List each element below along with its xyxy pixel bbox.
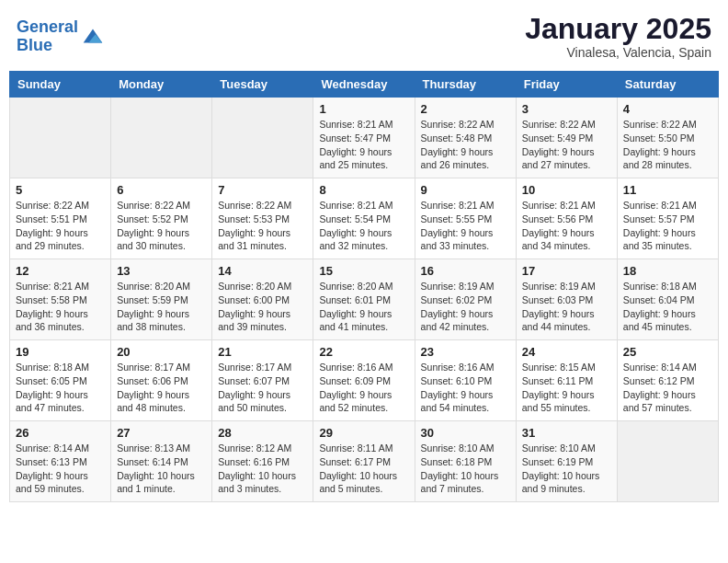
day-cell: 22 Sunrise: 8:16 AMSunset: 6:09 PMDaylig…: [313, 340, 415, 421]
day-info: Sunrise: 8:21 AMSunset: 5:58 PMDaylight:…: [16, 281, 89, 332]
day-info: Sunrise: 8:18 AMSunset: 6:05 PMDaylight:…: [16, 362, 89, 413]
day-cell: 30 Sunrise: 8:10 AMSunset: 6:18 PMDaylig…: [415, 421, 516, 502]
day-cell: 27 Sunrise: 8:13 AMSunset: 6:14 PMDaylig…: [111, 421, 212, 502]
day-cell: 13 Sunrise: 8:20 AMSunset: 5:59 PMDaylig…: [111, 259, 212, 340]
day-cell: 15 Sunrise: 8:20 AMSunset: 6:01 PMDaylig…: [313, 259, 415, 340]
day-number: 3: [522, 102, 611, 116]
day-cell: 14 Sunrise: 8:20 AMSunset: 6:00 PMDaylig…: [212, 259, 313, 340]
day-number: 8: [319, 183, 408, 197]
day-info: Sunrise: 8:16 AMSunset: 6:09 PMDaylight:…: [319, 362, 392, 413]
day-number: 27: [117, 426, 206, 440]
day-info: Sunrise: 8:22 AMSunset: 5:48 PMDaylight:…: [421, 119, 495, 170]
day-cell: 16 Sunrise: 8:19 AMSunset: 6:02 PMDaylig…: [415, 259, 516, 340]
weekday-header-cell: Friday: [516, 72, 617, 98]
day-info: Sunrise: 8:21 AMSunset: 5:57 PMDaylight:…: [623, 200, 697, 251]
day-cell: 6 Sunrise: 8:22 AMSunset: 5:52 PMDayligh…: [111, 178, 212, 259]
day-number: 17: [522, 264, 611, 278]
day-info: Sunrise: 8:22 AMSunset: 5:50 PMDaylight:…: [623, 119, 697, 170]
day-cell: 4 Sunrise: 8:22 AMSunset: 5:50 PMDayligh…: [617, 98, 718, 178]
day-cell: [617, 421, 718, 502]
title-block: January 2025 Vinalesa, Valencia, Spain: [525, 13, 711, 60]
day-cell: 9 Sunrise: 8:21 AMSunset: 5:55 PMDayligh…: [415, 178, 516, 259]
day-cell: 25 Sunrise: 8:14 AMSunset: 6:12 PMDaylig…: [617, 340, 718, 421]
day-info: Sunrise: 8:20 AMSunset: 5:59 PMDaylight:…: [117, 281, 190, 332]
day-cell: [10, 98, 111, 178]
day-cell: 8 Sunrise: 8:21 AMSunset: 5:54 PMDayligh…: [313, 178, 415, 259]
logo-text: General Blue: [17, 18, 78, 55]
day-number: 26: [16, 426, 105, 440]
day-cell: 24 Sunrise: 8:15 AMSunset: 6:11 PMDaylig…: [516, 340, 617, 421]
day-number: 14: [218, 264, 307, 278]
day-cell: [212, 98, 313, 178]
day-number: 7: [218, 183, 307, 197]
day-cell: 1 Sunrise: 8:21 AMSunset: 5:47 PMDayligh…: [313, 98, 415, 178]
day-info: Sunrise: 8:16 AMSunset: 6:10 PMDaylight:…: [421, 362, 495, 413]
day-number: 5: [16, 183, 105, 197]
day-info: Sunrise: 8:21 AMSunset: 5:56 PMDaylight:…: [522, 200, 596, 251]
page-header: General Blue January 2025 Vinalesa, Vale…: [9, 9, 719, 63]
week-row: 26 Sunrise: 8:14 AMSunset: 6:13 PMDaylig…: [10, 421, 719, 502]
day-number: 4: [623, 102, 712, 116]
day-cell: 3 Sunrise: 8:22 AMSunset: 5:49 PMDayligh…: [516, 98, 617, 178]
day-info: Sunrise: 8:22 AMSunset: 5:49 PMDaylight:…: [522, 119, 596, 170]
day-number: 23: [421, 345, 510, 359]
weekday-header-cell: Thursday: [415, 72, 516, 98]
day-info: Sunrise: 8:10 AMSunset: 6:18 PMDaylight:…: [421, 442, 499, 494]
day-cell: 28 Sunrise: 8:12 AMSunset: 6:16 PMDaylig…: [212, 421, 313, 502]
day-number: 1: [319, 102, 408, 116]
day-cell: 26 Sunrise: 8:14 AMSunset: 6:13 PMDaylig…: [10, 421, 111, 502]
day-cell: 31 Sunrise: 8:10 AMSunset: 6:19 PMDaylig…: [516, 421, 617, 502]
day-cell: 29 Sunrise: 8:11 AMSunset: 6:17 PMDaylig…: [313, 421, 415, 502]
day-cell: 17 Sunrise: 8:19 AMSunset: 6:03 PMDaylig…: [516, 259, 617, 340]
day-cell: 20 Sunrise: 8:17 AMSunset: 6:06 PMDaylig…: [111, 340, 212, 421]
weekday-header-cell: Tuesday: [212, 72, 313, 98]
day-cell: 7 Sunrise: 8:22 AMSunset: 5:53 PMDayligh…: [212, 178, 313, 259]
day-number: 9: [421, 183, 510, 197]
day-number: 30: [421, 426, 510, 440]
day-cell: 18 Sunrise: 8:18 AMSunset: 6:04 PMDaylig…: [617, 259, 718, 340]
day-info: Sunrise: 8:21 AMSunset: 5:55 PMDaylight:…: [421, 200, 495, 251]
day-number: 19: [16, 345, 105, 359]
weekday-header-cell: Sunday: [10, 72, 111, 98]
day-cell: 2 Sunrise: 8:22 AMSunset: 5:48 PMDayligh…: [415, 98, 516, 178]
day-info: Sunrise: 8:10 AMSunset: 6:19 PMDaylight:…: [522, 442, 600, 494]
day-number: 16: [421, 264, 510, 278]
day-cell: 12 Sunrise: 8:21 AMSunset: 5:58 PMDaylig…: [10, 259, 111, 340]
day-number: 22: [319, 345, 408, 359]
day-cell: 10 Sunrise: 8:21 AMSunset: 5:56 PMDaylig…: [516, 178, 617, 259]
weekday-header-cell: Wednesday: [313, 72, 415, 98]
week-row: 19 Sunrise: 8:18 AMSunset: 6:05 PMDaylig…: [10, 340, 719, 421]
day-number: 12: [16, 264, 105, 278]
week-row: 1 Sunrise: 8:21 AMSunset: 5:47 PMDayligh…: [10, 98, 719, 178]
day-number: 24: [522, 345, 611, 359]
month-title: January 2025: [525, 13, 711, 45]
day-number: 15: [319, 264, 408, 278]
day-info: Sunrise: 8:14 AMSunset: 6:13 PMDaylight:…: [16, 442, 89, 494]
day-number: 2: [421, 102, 510, 116]
weekday-header-row: SundayMondayTuesdayWednesdayThursdayFrid…: [10, 72, 719, 98]
day-number: 20: [117, 345, 206, 359]
day-cell: 23 Sunrise: 8:16 AMSunset: 6:10 PMDaylig…: [415, 340, 516, 421]
day-number: 13: [117, 264, 206, 278]
day-number: 28: [218, 426, 307, 440]
day-number: 10: [522, 183, 611, 197]
day-number: 6: [117, 183, 206, 197]
day-cell: 21 Sunrise: 8:17 AMSunset: 6:07 PMDaylig…: [212, 340, 313, 421]
day-info: Sunrise: 8:20 AMSunset: 6:00 PMDaylight:…: [218, 281, 291, 332]
day-number: 25: [623, 345, 712, 359]
day-info: Sunrise: 8:22 AMSunset: 5:52 PMDaylight:…: [117, 200, 190, 251]
day-info: Sunrise: 8:22 AMSunset: 5:53 PMDaylight:…: [218, 200, 291, 251]
day-cell: 5 Sunrise: 8:22 AMSunset: 5:51 PMDayligh…: [10, 178, 111, 259]
day-info: Sunrise: 8:17 AMSunset: 6:07 PMDaylight:…: [218, 362, 291, 413]
day-info: Sunrise: 8:18 AMSunset: 6:04 PMDaylight:…: [623, 281, 697, 332]
logo-icon: [80, 24, 106, 50]
weekday-header-cell: Monday: [111, 72, 212, 98]
day-cell: 11 Sunrise: 8:21 AMSunset: 5:57 PMDaylig…: [617, 178, 718, 259]
day-info: Sunrise: 8:21 AMSunset: 5:54 PMDaylight:…: [319, 200, 392, 251]
week-row: 12 Sunrise: 8:21 AMSunset: 5:58 PMDaylig…: [10, 259, 719, 340]
day-number: 11: [623, 183, 712, 197]
day-info: Sunrise: 8:22 AMSunset: 5:51 PMDaylight:…: [16, 200, 89, 251]
day-info: Sunrise: 8:20 AMSunset: 6:01 PMDaylight:…: [319, 281, 392, 332]
day-info: Sunrise: 8:14 AMSunset: 6:12 PMDaylight:…: [623, 362, 697, 413]
day-number: 31: [522, 426, 611, 440]
